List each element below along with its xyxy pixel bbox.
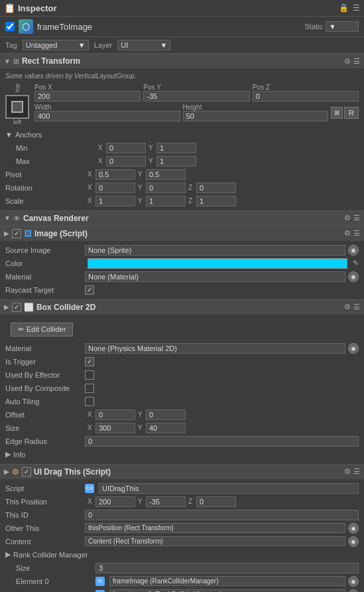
box-settings-icon[interactable]: ⚙ xyxy=(344,303,351,311)
rect-settings-icon[interactable]: ⚙ xyxy=(344,57,351,66)
rot-z-axis: Z xyxy=(188,184,195,191)
collider-material-row: Material None (Physics Material 2D) ◉ xyxy=(0,342,364,355)
used-effector-checkbox[interactable] xyxy=(85,370,94,380)
image-menu-icon[interactable]: ☰ xyxy=(353,229,360,238)
scale-z-input[interactable] xyxy=(196,196,236,206)
max-y-input[interactable] xyxy=(156,156,196,167)
inspector-icon: 📋 xyxy=(4,3,15,13)
image-header[interactable]: ▶ ✓ 🖼 Image (Script) ⚙ ☰ xyxy=(0,226,364,241)
rank-collider-row: ▶ Rank Collider Manager xyxy=(0,548,364,561)
canvas-renderer-header[interactable]: ▼ 👁 Canvas Renderer ⚙ ☰ xyxy=(0,211,364,226)
tag-dropdown[interactable]: Untagged ▼ xyxy=(23,40,89,50)
used-composite-row: Used By Composite xyxy=(0,382,364,395)
object-active-checkbox[interactable] xyxy=(5,22,15,31)
pos-y-input[interactable] xyxy=(143,91,249,102)
image-settings-icon[interactable]: ⚙ xyxy=(344,229,351,238)
rank-size-input[interactable] xyxy=(95,563,359,573)
offset-y-input[interactable] xyxy=(146,409,186,420)
element0-row: Element 0 R frameImage (RankColliderMana… xyxy=(0,575,364,588)
tpos-x-input[interactable] xyxy=(95,496,135,507)
pos-x-input[interactable] xyxy=(34,91,141,102)
size-y-input[interactable] xyxy=(146,423,186,433)
tpos-z-input[interactable] xyxy=(196,496,236,507)
ui-drag-menu-icon[interactable]: ☰ xyxy=(353,467,360,476)
menu-icon[interactable]: ☰ xyxy=(353,3,360,13)
height-input[interactable] xyxy=(183,111,329,121)
rot-y-input[interactable] xyxy=(146,183,186,193)
is-trigger-checkbox[interactable]: ✓ xyxy=(85,357,94,366)
pos-z-input[interactable] xyxy=(253,91,359,102)
min-x-input[interactable] xyxy=(106,143,146,153)
canvas-arrow: ▼ xyxy=(4,214,11,222)
this-id-input[interactable] xyxy=(85,510,359,520)
pivot-row: Pivot X Y xyxy=(0,168,364,181)
content-row: Content Content (Rect Transform) ◉ xyxy=(0,535,364,548)
rank-size-row: Size xyxy=(0,561,364,575)
max-x-input[interactable] xyxy=(106,156,146,167)
size-x-input[interactable] xyxy=(95,423,135,433)
rect-menu-icon[interactable]: ☰ xyxy=(353,57,360,66)
image-arrow: ▶ xyxy=(4,230,9,237)
box-checkbox[interactable]: ✓ xyxy=(12,303,21,312)
auto-tiling-label: Auto Tiling xyxy=(5,398,85,406)
element1-select-btn[interactable]: ◉ xyxy=(348,589,359,592)
image-checkbox[interactable]: ✓ xyxy=(12,229,21,238)
rect-transform-header[interactable]: ▼ ⊞ Rect Transform ⚙ ☰ xyxy=(0,54,364,68)
tag-layer-row: Tag Untagged ▼ Layer UI ▼ xyxy=(0,37,364,54)
rot-x-input[interactable] xyxy=(95,183,135,193)
rot-z-input[interactable] xyxy=(196,183,236,193)
content-select-btn[interactable]: ◉ xyxy=(348,536,359,547)
ui-drag-header[interactable]: ▶ ⚙ ✓ UI Drag This (Script) ⚙ ☰ xyxy=(0,465,364,479)
blueprint-btn[interactable]: ⊞ xyxy=(331,107,343,119)
canvas-settings-icon[interactable]: ⚙ xyxy=(344,214,351,222)
width-label: Width xyxy=(34,104,180,111)
source-image-select-btn[interactable]: ◉ xyxy=(348,245,359,256)
size-x-axis: X xyxy=(88,424,94,431)
static-dropdown[interactable]: ▼ xyxy=(326,21,359,32)
edit-collider-btn[interactable]: ✏ Edit Collider xyxy=(11,323,73,336)
tpos-y-input[interactable] xyxy=(146,496,186,507)
collider-material-select-btn[interactable]: ◉ xyxy=(348,343,359,354)
collider-size-row: Size X Y xyxy=(0,421,364,435)
anchor-max-label: Max xyxy=(16,157,95,165)
element0-select-btn[interactable]: ◉ xyxy=(348,576,359,587)
edge-radius-input[interactable] xyxy=(85,436,359,447)
auto-tiling-checkbox[interactable] xyxy=(85,397,94,406)
other-this-select-btn[interactable]: ◉ xyxy=(348,523,359,534)
layer-dropdown[interactable]: UI ▼ xyxy=(117,40,170,50)
canvas-menu-icon[interactable]: ☰ xyxy=(353,214,360,222)
used-composite-checkbox[interactable] xyxy=(85,384,94,393)
script-label: Script xyxy=(5,484,85,492)
ui-drag-settings-icon[interactable]: ⚙ xyxy=(344,467,351,476)
rank-toggle[interactable]: ▶ xyxy=(5,550,11,559)
reset-btn[interactable]: R xyxy=(344,107,359,119)
pivot-y-input[interactable] xyxy=(146,169,186,180)
offset-label: Offset xyxy=(5,411,85,419)
material-label: Material xyxy=(5,273,85,281)
min-y-input[interactable] xyxy=(156,143,196,153)
script-value: UIDragThis xyxy=(99,483,359,494)
source-image-row: Source Image None (Sprite) ◉ xyxy=(0,244,364,257)
scale-y-input[interactable] xyxy=(146,196,186,206)
offset-x-input[interactable] xyxy=(95,409,135,420)
box-collider-header[interactable]: ▶ ✓ ⬜ Box Collider 2D ⚙ ☰ xyxy=(0,300,364,315)
anchors-toggle[interactable]: ▼ xyxy=(5,131,13,139)
element1-icon: R xyxy=(95,590,105,592)
lock-icon[interactable]: 🔒 xyxy=(339,3,349,13)
raycast-checkbox[interactable]: ✓ xyxy=(85,285,94,295)
info-toggle[interactable]: ▶ xyxy=(5,450,11,459)
color-edit-icon[interactable]: ✎ xyxy=(353,259,359,267)
ui-drag-checkbox[interactable]: ✓ xyxy=(22,467,31,477)
tag-value: Untagged xyxy=(26,41,58,49)
box-menu-icon[interactable]: ☰ xyxy=(353,303,360,311)
edge-radius-label: Edge Radius xyxy=(5,437,85,445)
anchors-label: Anchors xyxy=(15,131,95,139)
color-swatch[interactable] xyxy=(88,258,347,269)
scale-x-input[interactable] xyxy=(95,196,135,206)
pivot-x-input[interactable] xyxy=(95,169,135,180)
this-position-row: This Position X Y Z xyxy=(0,495,364,508)
offset-row: Offset X Y xyxy=(0,408,364,421)
width-input[interactable] xyxy=(34,111,180,121)
material-select-btn[interactable]: ◉ xyxy=(348,271,359,282)
box-collider-section: ▶ ✓ ⬜ Box Collider 2D ⚙ ☰ ✏ Edit Collide… xyxy=(0,300,364,465)
